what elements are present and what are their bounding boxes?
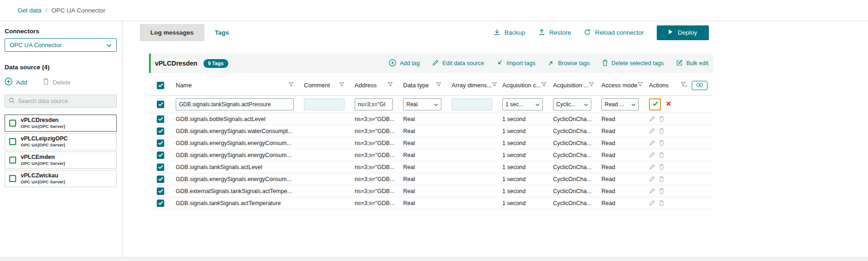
filter-icon[interactable] xyxy=(492,82,497,89)
delete-tag-icon[interactable] xyxy=(659,188,664,194)
delete-tag-icon[interactable] xyxy=(659,152,664,158)
row-checkbox[interactable] xyxy=(157,188,164,195)
edit-tag-icon[interactable] xyxy=(649,140,655,146)
row-checkbox[interactable] xyxy=(157,140,164,147)
deploy-label: Deploy xyxy=(678,29,697,36)
reload-connector-button[interactable]: Reload connector xyxy=(584,29,644,37)
data-type-select[interactable]: Real xyxy=(403,98,441,110)
array-dimension-input[interactable] xyxy=(452,98,492,110)
tag-comment-input[interactable] xyxy=(304,98,345,110)
datasource-item-vplcdresden[interactable]: vPLCDresden OPC UA(OPC Server) xyxy=(5,115,117,132)
tag-data-type: Real xyxy=(399,188,448,194)
tag-data-type: Real xyxy=(399,152,448,158)
table-row[interactable]: GDB.signals.tankSignals.actTemperature n… xyxy=(149,197,713,209)
delete-datasource-button[interactable]: Delete xyxy=(43,78,71,86)
datasource-type: OPC UA(OPC Server) xyxy=(21,124,65,129)
acquisition-cycle-select[interactable]: 1 sec... xyxy=(502,98,543,110)
main-content: Log messages Tags Backup Restor xyxy=(123,21,868,257)
tab-log-messages-label: Log messages xyxy=(150,29,194,36)
tag-name-input[interactable] xyxy=(176,98,294,110)
datasource-checkbox[interactable] xyxy=(9,157,16,164)
tag-address: ns=3;s="GDB... xyxy=(351,164,399,170)
table-row[interactable]: GDB.signals.energySignals.energyConsum..… xyxy=(149,149,713,161)
datasource-checkbox[interactable] xyxy=(9,175,16,182)
filter-icon[interactable] xyxy=(541,82,547,89)
table-row[interactable]: GDB.signals.bottleSignals.actLevel ns=3;… xyxy=(149,113,713,125)
datasource-item-vplcleipzigopc[interactable]: vPLCLeipzigOPC OPC UA(OPC Server) xyxy=(5,133,117,150)
table-row[interactable]: GDB.signals.tankSignals.actLevel ns=3;s=… xyxy=(149,161,713,173)
add-datasource-button[interactable]: Add xyxy=(5,78,27,87)
confirm-tag-button[interactable] xyxy=(649,98,661,110)
table-row[interactable]: GDB.externalSignals.tankSignals.actTempe… xyxy=(149,185,713,197)
browse-tags-button[interactable]: Browse tags xyxy=(548,60,590,67)
filter-icon[interactable] xyxy=(589,82,594,89)
search-datasource-input[interactable] xyxy=(18,98,113,104)
edit-tag-icon[interactable] xyxy=(649,164,655,170)
table-row[interactable]: GDB.signals.energySignals.energyConsum..… xyxy=(149,137,713,149)
close-icon xyxy=(666,101,671,108)
select-all-checkbox[interactable] xyxy=(157,82,164,89)
datasource-item-vplcemden[interactable]: vPLCEmden OPC UA(OPC Server) xyxy=(5,152,117,169)
acquisition-mode-select[interactable]: Cyclic... xyxy=(553,98,591,110)
backup-button[interactable]: Backup xyxy=(493,29,525,37)
edit-tag-icon[interactable] xyxy=(649,116,655,122)
edit-tag-icon[interactable] xyxy=(649,152,655,158)
edit-tag-icon[interactable] xyxy=(649,128,655,134)
delete-tag-icon[interactable] xyxy=(659,128,664,134)
table-row[interactable]: GDB.signals.energySignals.waterConsumpt.… xyxy=(149,125,713,137)
row-checkbox[interactable] xyxy=(157,127,164,135)
datasource-item-vplczwickau[interactable]: vPLCZwickau OPC UA(OPC Server) xyxy=(5,170,117,187)
delete-tag-icon[interactable] xyxy=(659,176,664,182)
breadcrumb-get-data-link[interactable]: Get data xyxy=(18,7,42,14)
row-checkbox[interactable] xyxy=(157,101,164,108)
delete-tag-icon[interactable] xyxy=(659,200,664,206)
edit-tag-icon[interactable] xyxy=(649,200,655,206)
filter-icon[interactable] xyxy=(339,82,345,89)
column-header-acquisition-mode: Acquisition ... xyxy=(553,82,589,89)
delete-tag-icon[interactable] xyxy=(659,164,664,170)
edit-tag-icon[interactable] xyxy=(649,176,655,182)
access-mode-select[interactable]: Read ... xyxy=(601,98,639,110)
restore-button[interactable]: Restore xyxy=(538,29,571,37)
tab-tags[interactable]: Tags xyxy=(204,24,240,41)
connector-dropdown[interactable]: OPC UA Connector xyxy=(5,38,117,52)
clear-filters-icon[interactable] xyxy=(681,82,688,89)
row-checkbox[interactable] xyxy=(157,200,164,207)
row-checkbox[interactable] xyxy=(157,115,164,123)
edit-data-source-button[interactable]: Edit data source xyxy=(432,60,484,67)
tab-log-messages[interactable]: Log messages xyxy=(140,24,204,41)
datasource-checkbox[interactable] xyxy=(9,120,16,127)
tag-access-mode: Read xyxy=(598,140,645,146)
delete-tag-icon[interactable] xyxy=(659,116,664,122)
horizontal-scrollbar[interactable] xyxy=(0,257,868,261)
tag-address: ns=3;s="GDB... xyxy=(351,140,399,146)
table-row[interactable]: GDB.signals.energySignals.energyConsum..… xyxy=(149,173,713,185)
delete-tag-icon[interactable] xyxy=(659,140,664,146)
row-checkbox[interactable] xyxy=(157,164,164,171)
column-visibility-button[interactable] xyxy=(692,81,707,90)
delete-selected-tags-button[interactable]: Delete selected tags xyxy=(602,60,664,67)
tag-address-input[interactable] xyxy=(355,98,393,110)
datasource-checkbox[interactable] xyxy=(9,138,16,145)
filter-icon[interactable] xyxy=(637,82,643,89)
breadcrumb-separator: / xyxy=(46,7,48,14)
tag-access-mode: Read xyxy=(598,176,645,182)
access-mode-select-value: Read ... xyxy=(605,101,624,108)
add-tag-button[interactable]: Add tag xyxy=(389,59,420,68)
deploy-button[interactable]: Deploy xyxy=(657,25,709,40)
datasource-type: OPC UA(OPC Server) xyxy=(21,179,65,184)
bulk-edit-label: Bulk edit xyxy=(686,60,708,67)
filter-icon[interactable] xyxy=(387,82,393,89)
browse-arrow-icon xyxy=(548,60,554,67)
cancel-tag-button[interactable] xyxy=(666,101,671,108)
filter-icon[interactable] xyxy=(288,82,294,89)
edit-tag-icon[interactable] xyxy=(649,188,655,194)
import-tags-button[interactable]: Import tags xyxy=(496,60,535,67)
tag-data-type: Real xyxy=(399,140,448,146)
backup-label: Backup xyxy=(505,29,525,36)
bulk-edit-button[interactable]: Bulk edit xyxy=(676,60,708,67)
chevron-down-icon xyxy=(535,101,540,108)
row-checkbox[interactable] xyxy=(157,152,164,159)
row-checkbox[interactable] xyxy=(157,176,164,183)
filter-icon[interactable] xyxy=(436,82,441,89)
